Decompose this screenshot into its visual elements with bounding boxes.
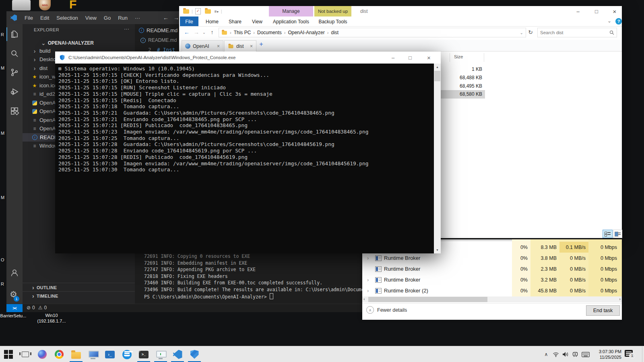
explorer-titlebar[interactable]: | ✓ ≡▾ | xyxy=(179,6,622,16)
run-debug-icon[interactable] xyxy=(10,87,19,97)
chrome-button[interactable] xyxy=(51,346,68,362)
end-task-button[interactable]: End task xyxy=(586,305,620,316)
process-row[interactable]: Runtime Broker 0% 2.3 MB 0 MB/s 0 Mbps xyxy=(362,263,622,274)
file-size-cell[interactable]: 68,580 KB xyxy=(442,91,482,97)
ribbon-tab-application-tools[interactable]: Application Tools xyxy=(269,16,313,27)
desktop-gold-icon[interactable]: F xyxy=(69,0,80,10)
crumb-openai-analyzer[interactable]: OpenAI-Analyzer xyxy=(285,30,327,35)
process-row[interactable]: › Runtime Broker 0% 3.2 MB 0 MB/s 0 Mbps xyxy=(362,274,622,285)
scroll-up-icon[interactable]: ▲ xyxy=(434,64,441,70)
search-input[interactable] xyxy=(538,30,609,35)
column-header-size[interactable]: Size xyxy=(454,54,463,59)
crumb-dist[interactable]: dist xyxy=(328,30,341,35)
desktop-icon-label-barrier[interactable]: BarrierSetu... xyxy=(0,313,27,318)
expand-chevron-icon[interactable]: › xyxy=(367,277,369,283)
vscode-button[interactable] xyxy=(169,346,186,362)
desktop-icon-label-win10[interactable]: Win10 xyxy=(35,313,68,318)
explorer-view-icon[interactable] xyxy=(10,29,19,39)
warnings-icon[interactable]: ⚠ xyxy=(38,305,43,311)
scroll-right-icon[interactable]: › xyxy=(619,296,621,301)
action-center-button[interactable]: 1 xyxy=(625,350,634,358)
ribbon-tab-backup-tools[interactable]: Backup Tools xyxy=(314,16,351,27)
remote-indicator[interactable]: >< xyxy=(6,304,23,312)
extensions-icon[interactable] xyxy=(10,106,19,116)
fewer-details-button[interactable]: ∧ Fewer details xyxy=(366,306,407,314)
column-separator[interactable] xyxy=(484,53,484,62)
close-button[interactable]: × xyxy=(607,6,622,16)
close-button[interactable]: × xyxy=(427,54,431,61)
maximize-button[interactable]: □ xyxy=(409,55,412,61)
maximize-button[interactable]: □ xyxy=(589,6,604,16)
crumb-this-pc[interactable]: This PC xyxy=(231,30,254,35)
sidebar-more-actions[interactable]: ··· xyxy=(124,26,129,32)
nav-forward-icon[interactable]: → xyxy=(192,27,201,38)
menu-more[interactable]: ··· xyxy=(131,15,144,21)
scrollbar-thumb[interactable] xyxy=(434,71,440,81)
scroll-down-icon[interactable]: ▼ xyxy=(434,247,441,253)
process-row[interactable]: › Runtime Broker (2) 0% 45.8 MB 0 MB/s 0… xyxy=(362,285,622,296)
account-icon[interactable] xyxy=(10,268,19,278)
menu-view[interactable]: View xyxy=(82,15,100,21)
file-size-cell[interactable]: 68,495 KB xyxy=(442,83,482,89)
remote-desktop-button[interactable] xyxy=(85,346,101,362)
expand-chevron-icon[interactable]: › xyxy=(367,288,369,294)
wifi-icon[interactable] xyxy=(551,346,560,362)
ribbon-collapse-icon[interactable]: ⌄ xyxy=(607,18,611,24)
menu-run[interactable]: Run xyxy=(114,15,131,21)
task-manager-button[interactable] xyxy=(152,346,169,362)
address-dropdown-icon[interactable]: ⌄ xyxy=(520,31,523,35)
scroll-left-icon[interactable]: ‹ xyxy=(363,296,365,301)
ribbon-tab-home[interactable]: Home xyxy=(202,16,222,27)
copilot-button[interactable] xyxy=(34,346,51,362)
menu-file[interactable]: File xyxy=(21,15,37,21)
file-explorer-button[interactable] xyxy=(68,346,85,362)
ribbon-tab-share[interactable]: Share xyxy=(226,16,244,27)
search-icon[interactable] xyxy=(10,49,19,58)
crumb-documents[interactable]: Documents xyxy=(255,30,284,35)
desktop-nsis-icon[interactable]: NSIS xyxy=(39,0,51,10)
tab-dist[interactable]: dist × xyxy=(224,40,256,52)
column-separator[interactable] xyxy=(450,53,450,62)
timeline-section[interactable]: › TIMELINE xyxy=(23,291,135,300)
refresh-icon[interactable]: ↻ xyxy=(526,27,535,38)
error-count[interactable]: 0 xyxy=(32,305,35,311)
tree-root[interactable]: ⌄ OPENAI-ANALYZER xyxy=(23,39,135,47)
tray-expand-icon[interactable]: ∧ xyxy=(542,346,551,362)
nav-up-icon[interactable]: ↑ xyxy=(208,27,216,38)
recent-locations-icon[interactable]: ⌄ xyxy=(201,27,207,38)
errors-icon[interactable]: ⊘ xyxy=(27,305,31,311)
new-tab-button[interactable]: + xyxy=(257,41,265,50)
qat-customize-icon[interactable]: ≡▾ xyxy=(215,9,219,14)
details-view-button[interactable] xyxy=(603,230,613,238)
docker-button[interactable] xyxy=(118,346,135,362)
outline-section[interactable]: › OUTLINE xyxy=(23,283,135,292)
warning-count[interactable]: 0 xyxy=(44,305,47,311)
qat-properties-icon[interactable]: ✓ xyxy=(195,8,201,14)
process-row[interactable]: › Runtime Broker 0% 3.8 MB 0 MB/s 0 Mbps xyxy=(362,253,622,263)
console-output[interactable]: ⊞ Sistema operativo: Windows 10 (10.0.19… xyxy=(55,64,441,253)
ribbon-tab-file[interactable]: File xyxy=(180,16,198,27)
minimize-button[interactable]: – xyxy=(571,6,585,16)
qat-folder-icon[interactable] xyxy=(183,9,189,14)
file-size-cell[interactable]: 1 KB xyxy=(442,66,482,72)
scrollbar-thumb[interactable] xyxy=(368,297,487,302)
tab-close-icon[interactable]: × xyxy=(250,43,253,49)
defender-button[interactable] xyxy=(186,346,203,362)
vertical-scrollbar[interactable]: ▲ ▼ xyxy=(434,64,441,253)
address-bar[interactable]: › This PC › Documents › OpenAI-Analyzer … xyxy=(219,28,526,37)
menu-selection[interactable]: Selection xyxy=(53,15,81,21)
nav-back-icon[interactable]: ← xyxy=(182,27,191,38)
terminal-button[interactable]: >_ xyxy=(135,346,152,362)
source-control-icon[interactable] xyxy=(10,68,19,77)
thumbnail-view-button[interactable] xyxy=(613,230,622,238)
desktop-installer-icon[interactable] xyxy=(12,0,31,10)
tab-openai[interactable]: OpenAI × xyxy=(182,40,223,52)
camera-privacy-icon[interactable] xyxy=(571,346,580,362)
console-titlebar[interactable]: C:\Users\admin\Documents\OpenAI-Analyzer… xyxy=(55,51,441,64)
touch-keyboard-icon[interactable] xyxy=(580,346,591,362)
menu-go[interactable]: Go xyxy=(100,15,114,21)
horizontal-scrollbar[interactable]: ‹ › xyxy=(362,296,622,302)
tab-close-icon[interactable]: × xyxy=(217,43,220,49)
help-icon[interactable]: ? xyxy=(615,18,622,25)
volume-icon[interactable] xyxy=(561,346,570,362)
